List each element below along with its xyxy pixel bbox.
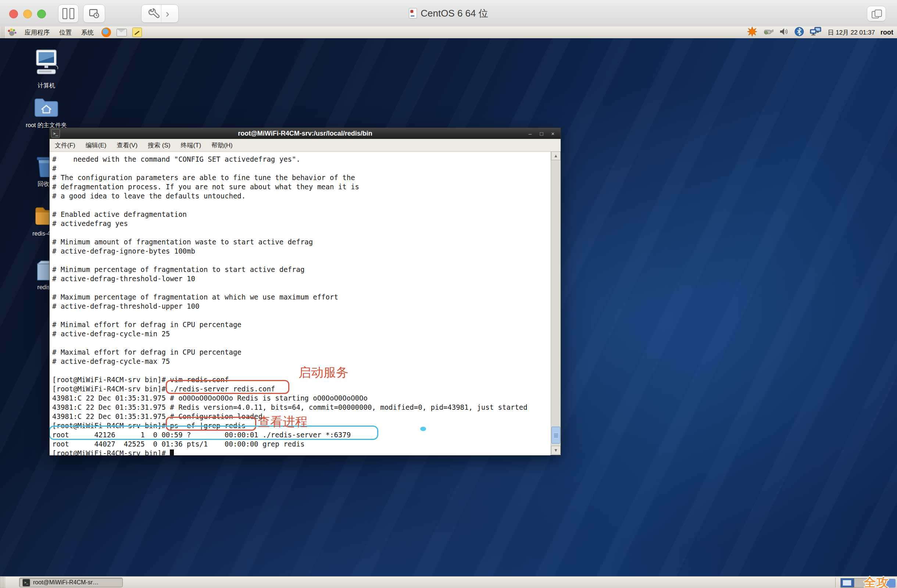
terminal-line: root 44027 42525 0 01:36 pts/1 00:00:00 …: [52, 440, 550, 449]
terminal-menu-file[interactable]: 文件(F): [50, 141, 81, 150]
host-titlebar: › CentOS 6 64 位: [0, 0, 897, 27]
terminal-line: # active-defrag-ignore-bytes 100mb: [52, 247, 550, 256]
terminal-line: # Maximal effort for defrag in CPU perce…: [52, 348, 550, 357]
firefox-launcher-icon[interactable]: [101, 27, 112, 38]
wrench-icon: [146, 8, 161, 20]
menu-system[interactable]: 系统: [77, 26, 98, 38]
screen: › CentOS 6 64 位 应用程序 位置 系统: [0, 0, 897, 588]
snapshot-icon: [89, 8, 99, 19]
vm-tools-button[interactable]: [146, 5, 161, 23]
terminal-line: # Minimal effort for defrag in CPU perce…: [52, 320, 550, 329]
vm-pause-button[interactable]: [58, 5, 79, 23]
workspace-1-active[interactable]: [841, 579, 854, 587]
terminal-line: # needed with the command "CONFIG SET ac…: [52, 155, 550, 164]
panel-grip[interactable]: [0, 26, 5, 38]
terminal-line: #: [52, 164, 550, 173]
zoom-button[interactable]: [37, 9, 46, 18]
terminal-line: [52, 201, 550, 210]
updates-star-icon[interactable]: [747, 26, 757, 38]
network-icon[interactable]: [810, 26, 822, 38]
terminal-scrollbar[interactable]: ▲ ▼: [551, 151, 561, 455]
bottom-taskbar: >_ root@MiWiFi-R4CM-sr… 全攻略: [0, 576, 897, 588]
host-window-title: CentOS 6 64 位: [409, 0, 488, 26]
host-title-text: CentOS 6 64 位: [421, 7, 488, 20]
taskbar-window-label: root@MiWiFi-R4CM-sr…: [33, 579, 98, 586]
annotation-start-service: 启动服务: [298, 364, 349, 381]
desktop-icon-computer[interactable]: 计算机: [19, 49, 74, 90]
watermark-text: 全攻略: [864, 574, 897, 588]
panel-clock[interactable]: 日 12月 22 01:37: [828, 28, 875, 37]
display-toggle-button[interactable]: [867, 6, 886, 21]
terminal-line: # a good idea to leave the defaults unto…: [52, 191, 550, 201]
terminal-menu-edit[interactable]: 编辑(E): [81, 141, 112, 150]
workspace-switcher[interactable]: [840, 578, 868, 588]
terminal-menu-search[interactable]: 搜索 (S): [142, 141, 175, 150]
terminal-line: [52, 256, 550, 265]
taskbar-window-button[interactable]: >_ root@MiWiFi-R4CM-sr…: [19, 578, 123, 587]
scroll-down-arrow-icon[interactable]: ▼: [551, 446, 561, 455]
terminal-titlebar[interactable]: >_ root@MiWiFi-R4CM-srv:/usr/local/redis…: [50, 128, 561, 139]
vm-snapshot-button[interactable]: [83, 5, 105, 23]
minimize-button[interactable]: [23, 9, 32, 18]
desktop-icon-home[interactable]: root 的主文件夹: [19, 97, 74, 129]
bluetooth-icon[interactable]: [794, 27, 804, 38]
computer-icon: [31, 49, 61, 79]
taskbar-grip[interactable]: [0, 577, 5, 588]
terminal-line: # Enabled active defragmentation: [52, 210, 550, 219]
vm-tools-group: ›: [141, 5, 179, 23]
terminal-line: # Minimum amount of fragmentation waste …: [52, 237, 550, 247]
menu-applications[interactable]: 应用程序: [20, 26, 54, 38]
gnome-top-panel: 应用程序 位置 系统: [0, 26, 897, 38]
terminal-line: # activedefrag yes: [52, 219, 550, 228]
gnome-foot-icon[interactable]: [7, 27, 17, 38]
chevron-right-icon: ›: [161, 8, 174, 19]
terminal-line: # Maximum percentage of fragmentation at…: [52, 293, 550, 302]
terminal-line: [52, 339, 550, 348]
traffic-lights: [9, 9, 46, 18]
power-applet-icon[interactable]: [763, 27, 774, 38]
terminal-line: [root@MiWiFi-R4CM-srv bin]#: [52, 449, 550, 455]
terminal-line: 43981:C 22 Dec 01:35:31.975 # oO0OoO0OoO…: [52, 394, 550, 403]
cyan-dot-annotation: [420, 427, 426, 431]
annotation-view-process: 查看进程: [258, 414, 308, 430]
display-toggle-icon: [872, 9, 881, 18]
terminal-line: [52, 283, 550, 293]
terminal-line: [52, 228, 550, 237]
terminal-minimize-button[interactable]: –: [528, 130, 533, 137]
desktop-icon-label: 计算机: [19, 82, 74, 90]
close-button[interactable]: [9, 9, 18, 18]
terminal-cursor: [170, 449, 174, 456]
volume-icon[interactable]: [779, 27, 789, 38]
terminal-window: >_ root@MiWiFi-R4CM-srv:/usr/local/redis…: [49, 128, 561, 455]
scroll-up-arrow-icon[interactable]: ▲: [551, 151, 561, 160]
mail-launcher-icon[interactable]: [116, 27, 127, 38]
vm-more-button[interactable]: ›: [161, 5, 174, 23]
terminal-maximize-button[interactable]: □: [539, 130, 544, 137]
scrollbar-thumb[interactable]: [551, 427, 560, 444]
terminal-title: root@MiWiFi-R4CM-srv:/usr/local/redis/bi…: [50, 130, 561, 137]
terminal-line: 43981:C 22 Dec 01:35:31.975 # Redis vers…: [52, 403, 550, 412]
terminal-line: [52, 311, 550, 320]
terminal-output[interactable]: 启动服务 查看进程 # needed with the command "CON…: [50, 152, 550, 455]
terminal-line: # active-defrag-threshold-upper 100: [52, 302, 550, 311]
terminal-line: root 42126 1 0 00:59 ? 00:00:01 ./redis-…: [52, 430, 550, 440]
terminal-task-icon: >_: [23, 579, 30, 586]
terminal-menu-view[interactable]: 查看(V): [112, 141, 142, 150]
pause-icon: [63, 8, 74, 19]
terminal-window-controls: – □ ×: [528, 130, 561, 137]
terminal-line: [root@MiWiFi-R4CM-srv bin]# ./redis-serv…: [52, 385, 550, 394]
terminal-line: # The configuration parameters are able …: [52, 173, 550, 182]
panel-user[interactable]: root: [880, 29, 893, 37]
terminal-line: # active-defrag-cycle-min 25: [52, 329, 550, 339]
home-folder-icon: [34, 97, 59, 118]
terminal-menubar: 文件(F) 编辑(E) 查看(V) 搜索 (S) 终端(T) 帮助(H): [50, 139, 561, 152]
terminal-close-button[interactable]: ×: [550, 130, 556, 137]
menu-places[interactable]: 位置: [54, 26, 77, 38]
divider: [835, 578, 836, 587]
terminal-line: # defragmentation process. If you are no…: [52, 182, 550, 191]
terminal-menu-help[interactable]: 帮助(H): [206, 141, 238, 150]
notes-launcher-icon[interactable]: [132, 27, 142, 38]
terminal-menu-terminal[interactable]: 终端(T): [175, 141, 206, 150]
terminal-line: # Minimum percentage of fragmentation to…: [52, 265, 550, 274]
vm-doc-icon: [409, 8, 417, 18]
